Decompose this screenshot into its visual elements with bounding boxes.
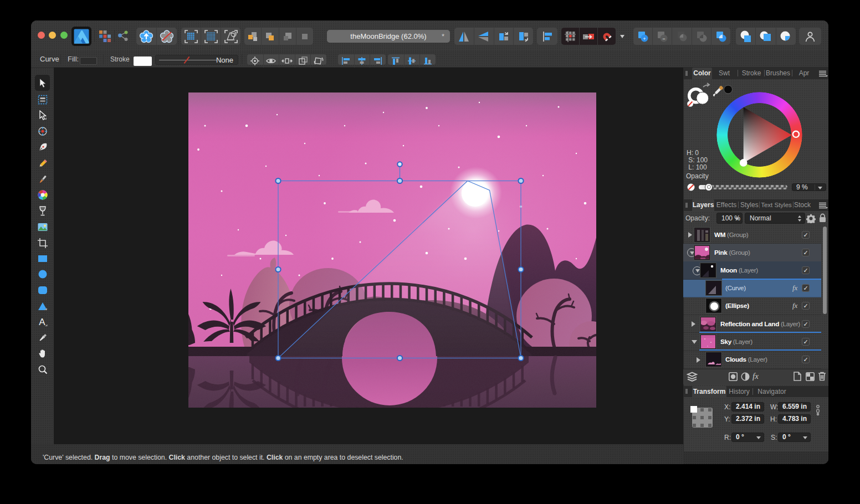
svg-text:+: + [643,35,646,41]
svg-text:−: − [663,35,666,41]
svg-text:A: A [39,317,45,327]
